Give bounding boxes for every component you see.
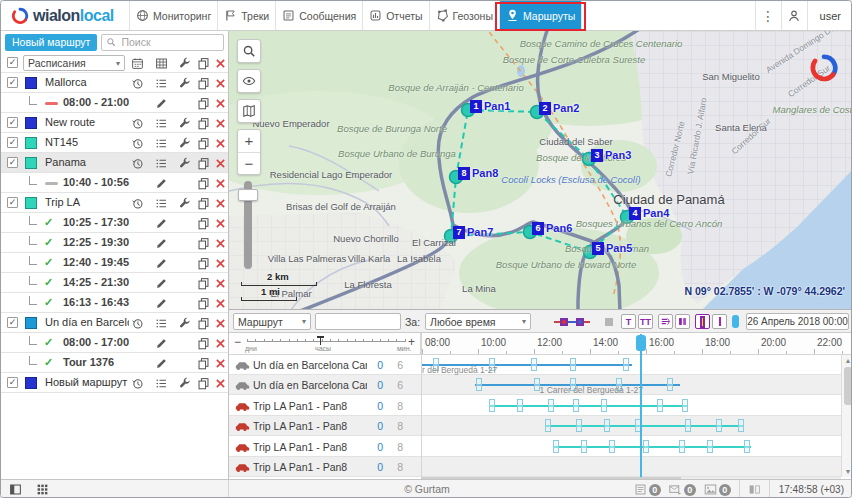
history-button[interactable] (131, 116, 145, 130)
copy-route-button[interactable] (197, 376, 211, 390)
calendar-button[interactable] (131, 56, 145, 70)
route-settings-button[interactable] (178, 136, 192, 150)
delete-route-button[interactable] (214, 116, 228, 130)
delete-schedule-button[interactable] (214, 176, 228, 190)
copy-schedule-button[interactable] (197, 176, 211, 190)
schedule-time[interactable]: 10:40 - 10:56 (63, 176, 129, 188)
map-search-button[interactable] (237, 39, 261, 63)
history-button[interactable] (131, 316, 145, 330)
route-name-input[interactable] (315, 313, 401, 330)
edit-schedule-button[interactable] (155, 96, 169, 110)
date-time-field[interactable]: 26 Апрель 2018 00:00 (746, 313, 849, 330)
checkpoints-button[interactable] (155, 316, 169, 330)
copy-schedule-button[interactable] (197, 296, 211, 310)
magenta-marker-button[interactable] (712, 314, 727, 329)
checkpoints-button[interactable] (155, 136, 169, 150)
new-route-button[interactable]: Новый маршрут (5, 34, 97, 51)
schedule-time[interactable]: 14:25 - 21:30 (63, 276, 129, 288)
route-settings-button[interactable] (178, 376, 192, 390)
timeline-row[interactable]: Un día en Barcelona Carrer del Ber061 Ca… (229, 375, 841, 395)
copy-schedule-button[interactable] (197, 96, 211, 110)
route-name[interactable]: Новый маршрут (45, 376, 129, 388)
delete-schedule-button[interactable] (214, 96, 228, 110)
tab-reports[interactable]: Отчеты (362, 1, 428, 30)
schedule-time[interactable]: 12:40 - 19:45 (63, 256, 129, 268)
scroll-up-icon[interactable]: ▲ (842, 357, 852, 364)
route-checkbox[interactable]: ✓ (7, 157, 18, 168)
delete-button[interactable] (214, 56, 228, 70)
delete-route-button[interactable] (214, 316, 228, 330)
edit-schedule-button[interactable] (155, 336, 169, 350)
checkpoints-button[interactable] (155, 116, 169, 130)
route-color-swatch[interactable] (25, 317, 37, 329)
schedule-time[interactable]: 08:00 - 17:00 (63, 336, 129, 348)
map-layers-button[interactable] (237, 99, 261, 123)
delete-schedule-button[interactable] (214, 276, 228, 290)
zoom-slider-handle[interactable] (317, 336, 324, 345)
current-time-handle[interactable] (636, 335, 646, 351)
zoom-in-button[interactable]: + (238, 130, 260, 152)
delete-schedule-button[interactable] (214, 356, 228, 370)
schedule-time[interactable]: 08:00 - 21:00 (63, 96, 129, 108)
copy-schedule-button[interactable] (197, 236, 211, 250)
route-settings-button[interactable] (178, 316, 192, 330)
delete-route-button[interactable] (214, 376, 228, 390)
route-filter-select[interactable]: Маршрут▾ (233, 313, 311, 330)
route-settings-button[interactable] (178, 156, 192, 170)
schedule-time[interactable]: 10:25 - 17:30 (63, 216, 129, 228)
copy-schedule-button[interactable] (197, 336, 211, 350)
timeline-row[interactable]: Trip LA Pan1 - Pan808 (229, 457, 841, 477)
tab-tracks[interactable]: Треки (217, 1, 275, 30)
checkpoints-button[interactable] (155, 196, 169, 210)
copy-route-button[interactable] (197, 156, 211, 170)
route-name[interactable]: Mallorca (45, 76, 129, 88)
tab-routes[interactable]: Маршруты (499, 1, 582, 30)
delete-route-button[interactable] (214, 76, 228, 90)
wialon-logo[interactable]: wialonlocal (1, 1, 129, 30)
copy-button[interactable] (197, 56, 211, 70)
overflow-menu-button[interactable]: ⋮ (755, 1, 781, 30)
map-canvas[interactable] (229, 31, 852, 309)
select-all-checkbox[interactable]: ✓ (7, 57, 18, 68)
route-settings-button[interactable] (178, 116, 192, 130)
route-color-swatch[interactable] (25, 77, 37, 89)
map-visibility-button[interactable] (237, 69, 261, 93)
grid-button[interactable] (155, 56, 169, 70)
timeline-row[interactable]: Trip LA Pan1 - Pan808 (229, 437, 841, 457)
timeline-row[interactable]: Trip LA Pan1 - Pan808 (229, 396, 841, 416)
delete-schedule-button[interactable] (214, 256, 228, 270)
period-select[interactable]: Любое время▾ (425, 313, 531, 330)
show-labels-button[interactable]: T (621, 314, 636, 329)
route-markers-line-icon[interactable] (553, 316, 591, 328)
route-color-swatch[interactable] (25, 117, 37, 129)
edit-schedule-button[interactable] (155, 216, 169, 230)
copy-route-button[interactable] (197, 76, 211, 90)
route-name[interactable]: Trip LA (45, 196, 129, 208)
zoom-out-icon[interactable]: − (234, 335, 241, 349)
copy-route-button[interactable] (197, 116, 211, 130)
edit-schedule-button[interactable] (155, 236, 169, 250)
history-button[interactable] (131, 136, 145, 150)
edit-schedule-button[interactable] (155, 256, 169, 270)
route-name[interactable]: NT145 (45, 136, 129, 148)
route-checkbox[interactable]: ✓ (7, 197, 18, 208)
edit-schedule-button[interactable] (155, 356, 169, 370)
copy-route-button[interactable] (197, 136, 211, 150)
yellow-marker-button[interactable] (695, 314, 710, 329)
show-all-labels-button[interactable]: ТТ (638, 314, 653, 329)
delete-route-button[interactable] (214, 156, 228, 170)
tab-geofences[interactable]: Геозоны (429, 1, 499, 30)
route-checkbox[interactable]: ✓ (7, 77, 18, 88)
layout-columns-button[interactable] (739, 480, 769, 498)
timeline-vertical-scrollbar[interactable]: ▲ ▼ (841, 355, 852, 477)
edit-schedule-button[interactable] (155, 296, 169, 310)
zoom-slider-handle[interactable] (238, 189, 258, 201)
map-viewport[interactable]: Bosque Camino de Cruces CentenarioBosque… (229, 31, 852, 309)
delete-schedule-button[interactable] (214, 336, 228, 350)
delete-schedule-button[interactable] (214, 236, 228, 250)
copy-schedule-button[interactable] (197, 216, 211, 230)
route-color-swatch[interactable] (25, 377, 37, 389)
history-button[interactable] (131, 376, 145, 390)
route-name[interactable]: Un día en Barcelona (45, 316, 129, 328)
delete-schedule-button[interactable] (214, 216, 228, 230)
